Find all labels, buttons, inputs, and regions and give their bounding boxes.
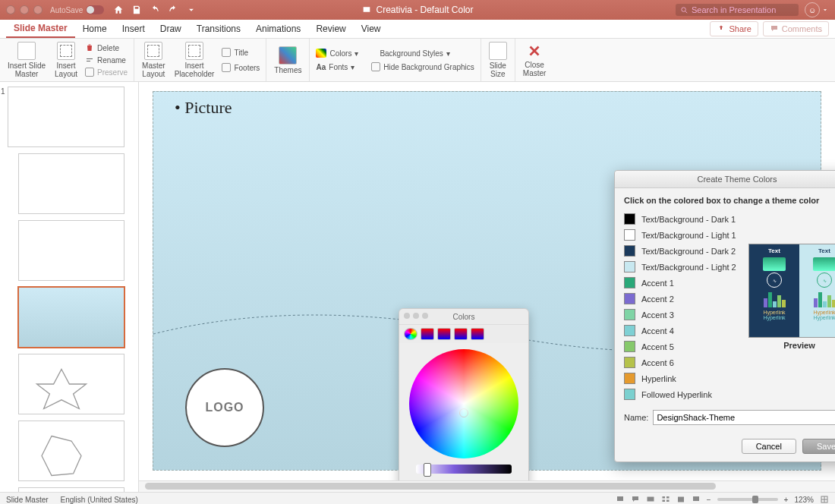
horizontal-scrollbar[interactable] [139,480,835,492]
color-marker[interactable] [459,408,468,417]
chevron-down-icon[interactable] [186,5,197,15]
color-swatch[interactable] [624,309,635,320]
image-palettes-tab[interactable] [454,328,468,340]
theme-color-row[interactable]: Text/Background - Dark 1 [624,211,835,227]
title-checkbox-row[interactable]: Title [220,47,261,58]
zoom-window-icon[interactable] [33,5,43,14]
preserve-button[interactable]: Preserve [84,67,129,77]
scrollbar-thumb[interactable] [145,483,716,490]
close-window-icon[interactable] [6,5,15,14]
color-wheel-tab[interactable] [404,328,417,340]
thumbnail-layout[interactable] [18,421,124,481]
color-swatch[interactable] [624,293,635,304]
footers-checkbox-row[interactable]: Footers [220,62,261,73]
color-wheel[interactable] [409,349,518,458]
tab-draw[interactable]: Draw [153,20,189,37]
theme-color-row[interactable]: Followed Hyperlink [624,386,835,402]
footers-checkbox[interactable] [222,63,231,72]
color-sliders-tab[interactable] [421,328,434,340]
slide-size-button[interactable]: Slide Size [486,40,510,80]
tab-view[interactable]: View [354,20,389,37]
color-swatch[interactable] [624,389,635,400]
preserve-checkbox[interactable] [85,68,94,77]
delete-button[interactable]: Delete [84,43,129,53]
save-icon[interactable] [131,5,142,15]
slideshow-icon[interactable] [692,495,701,504]
minimize-window-icon[interactable] [20,5,29,14]
status-language[interactable]: English (United States) [61,496,138,504]
search-input[interactable]: Search in Presentation [676,4,799,16]
zoom-icon[interactable] [422,313,428,319]
themes-button[interactable]: Themes [271,45,304,76]
autosave-toggle[interactable] [86,5,104,14]
user-account-icon[interactable]: ☺ [805,2,820,17]
reading-view-icon[interactable] [676,495,685,504]
color-swatch[interactable] [624,357,635,368]
theme-color-row[interactable]: Text/Background - Light 1 [624,227,835,243]
slide-thumbnails: 1 [0,82,139,492]
rename-button[interactable]: Rename [84,55,129,65]
sorter-view-icon[interactable] [661,495,670,504]
delete-icon [85,43,94,52]
thumbnail-master[interactable]: 1 [8,87,124,147]
tab-animations[interactable]: Animations [248,20,308,37]
zoom-slider[interactable] [717,498,778,501]
color-swatch[interactable] [624,341,635,352]
preserve-label: Preserve [97,68,128,77]
ribbon: Insert Slide Master Insert Layout Delete… [0,39,835,82]
theme-name-input[interactable] [653,410,835,425]
comments-button[interactable]: Comments [763,21,829,36]
fit-to-window-icon[interactable] [820,495,829,504]
thumbnail-layout[interactable] [18,354,124,414]
tab-review[interactable]: Review [308,20,353,37]
redo-icon[interactable] [168,5,178,15]
color-swatch[interactable] [624,245,635,257]
preview-followed-hyperlink: Hyperlink [813,315,835,320]
save-button[interactable]: Save [802,439,835,454]
insert-placeholder-button[interactable]: Insert Placeholder [172,40,218,80]
fonts-dropdown[interactable]: AaFonts▾Hide Background Graphics [314,61,475,72]
insert-slide-master-button[interactable]: Insert Slide Master [5,40,49,80]
zoom-level[interactable]: 123% [794,496,814,504]
cancel-button[interactable]: Cancel [742,439,796,454]
normal-view-icon[interactable] [646,495,655,504]
color-swatch[interactable] [624,325,635,336]
thumbnail-layout-selected[interactable] [18,287,124,348]
thumbnail-layout[interactable] [18,487,124,492]
share-button[interactable]: Share [710,21,758,36]
color-swatch[interactable] [624,261,635,272]
color-swatch[interactable] [624,229,635,241]
logo-placeholder[interactable]: LOGO [185,368,264,447]
notes-icon[interactable] [616,495,625,504]
pencils-tab[interactable] [471,328,484,340]
comments-icon[interactable] [631,495,640,504]
colors-dropdown[interactable]: Colors▾Background Styles▾ [314,48,475,58]
brightness-slider[interactable] [416,465,512,474]
hide-bg-label: Hide Background Graphics [383,63,474,71]
title-checkbox[interactable] [222,48,231,57]
color-swatch[interactable] [624,373,635,384]
master-layout-button[interactable]: Master Layout [139,40,169,80]
zoom-in-button[interactable]: + [784,496,789,504]
zoom-out-button[interactable]: − [707,496,711,504]
minimize-icon[interactable] [413,313,419,319]
home-icon[interactable] [113,5,124,15]
thumbnail-layout[interactable] [18,220,124,281]
color-swatch[interactable] [624,213,635,225]
thumbnail-layout[interactable] [18,153,124,214]
theme-color-row[interactable]: Accent 6 [624,354,835,370]
chevron-down-icon[interactable] [821,6,829,14]
close-icon[interactable] [404,313,410,319]
tab-slide-master[interactable]: Slide Master [6,20,75,38]
colors-picker-panel: Colors [399,308,529,492]
tab-insert[interactable]: Insert [115,20,153,37]
tab-transitions[interactable]: Transitions [189,20,248,37]
tab-home[interactable]: Home [75,20,115,37]
hide-bg-checkbox[interactable] [371,62,380,71]
close-master-button[interactable]: Close Master [520,41,550,79]
theme-color-row[interactable]: Hyperlink [624,370,835,386]
color-swatch[interactable] [624,277,635,288]
insert-layout-button[interactable]: Insert Layout [52,40,80,80]
undo-icon[interactable] [150,5,160,15]
color-palettes-tab[interactable] [437,328,451,340]
